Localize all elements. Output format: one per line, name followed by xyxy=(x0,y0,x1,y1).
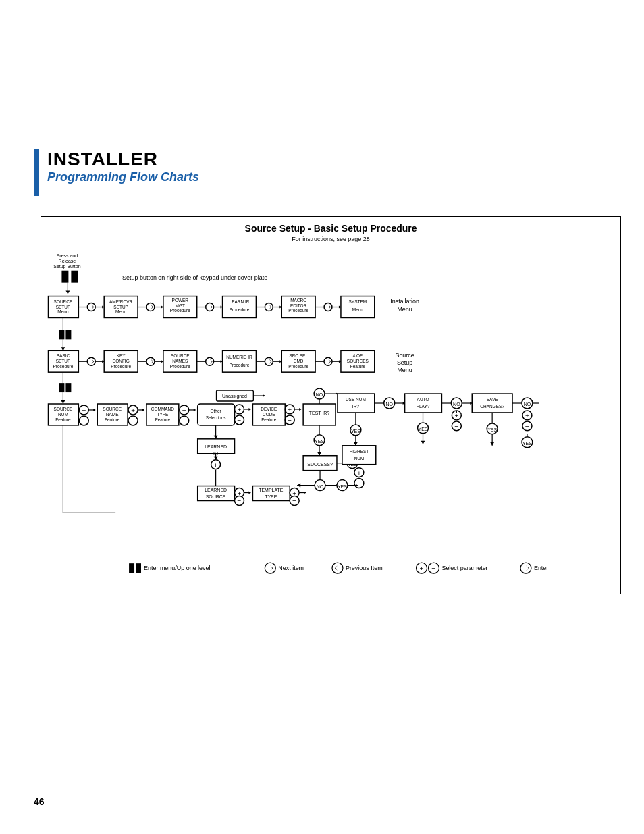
svg-text:CONFIG: CONFIG xyxy=(113,359,130,363)
svg-text:YES: YES xyxy=(351,429,360,434)
svg-text:SAVE: SAVE xyxy=(487,397,498,402)
svg-marker-246 xyxy=(490,442,494,446)
svg-text:Selections: Selections xyxy=(206,415,226,420)
svg-text:NUM: NUM xyxy=(58,412,68,417)
svg-text:+: + xyxy=(454,412,458,419)
svg-text:Setup button on right side of : Setup button on right side of keypad und… xyxy=(122,274,267,281)
svg-text:CODE: CODE xyxy=(263,412,275,417)
svg-text:Menu: Menu xyxy=(352,307,364,312)
svg-text:MACRO: MACRO xyxy=(290,298,306,303)
svg-marker-127 xyxy=(93,409,95,411)
svg-text:Other: Other xyxy=(211,409,222,413)
svg-text:NUMERIC IR: NUMERIC IR xyxy=(226,355,252,359)
svg-marker-269 xyxy=(248,492,250,494)
svg-text:Procedure: Procedure xyxy=(170,308,190,313)
svg-text:+: + xyxy=(82,407,86,414)
svg-text:Enter menu/Up one level: Enter menu/Up one level xyxy=(144,565,211,571)
svg-text:SETUP: SETUP xyxy=(56,305,71,309)
svg-text:Procedure: Procedure xyxy=(170,364,190,369)
svg-text:Feature: Feature xyxy=(350,364,366,369)
svg-marker-283 xyxy=(297,484,300,488)
svg-text:MGT: MGT xyxy=(176,303,185,308)
svg-point-298 xyxy=(332,563,343,573)
svg-text:TEST IR?: TEST IR? xyxy=(309,411,330,415)
svg-text:SOURCE: SOURCE xyxy=(206,494,226,499)
flowchart-svg: Source Setup - Basic Setup Procedure For… xyxy=(41,217,620,594)
svg-text:Press and: Press and xyxy=(57,253,78,258)
svg-text:Unassigned: Unassigned xyxy=(222,394,247,399)
svg-rect-91 xyxy=(223,350,257,372)
svg-text:IR?: IR? xyxy=(352,404,359,409)
svg-text:YES: YES xyxy=(419,427,428,432)
svg-text:YES: YES xyxy=(522,441,532,446)
svg-text:NAMES: NAMES xyxy=(172,359,188,363)
svg-text:KEY: KEY xyxy=(117,353,126,358)
svg-text:+: + xyxy=(357,469,361,477)
svg-text:Procedure: Procedure xyxy=(288,308,308,313)
svg-text:AUTO: AUTO xyxy=(417,397,429,402)
svg-text:USE NUM: USE NUM xyxy=(346,397,366,402)
svg-text:Feature: Feature xyxy=(55,417,71,422)
svg-text:−: − xyxy=(357,480,361,488)
svg-text:PLAY?: PLAY? xyxy=(417,404,430,409)
svg-text:Select parameter: Select parameter xyxy=(441,565,487,571)
svg-point-24 xyxy=(146,303,155,311)
svg-point-41 xyxy=(265,303,273,311)
svg-text:+: + xyxy=(238,406,242,413)
svg-text:Menu: Menu xyxy=(57,309,69,314)
page-number: 46 xyxy=(34,796,45,807)
svg-text:NO: NO xyxy=(385,402,393,407)
svg-text:AMP/RCVR: AMP/RCVR xyxy=(109,299,132,304)
svg-text:Menu: Menu xyxy=(397,306,412,313)
svg-text:SETUP: SETUP xyxy=(113,305,128,309)
svg-text:Feature: Feature xyxy=(105,417,120,422)
svg-text:YES: YES xyxy=(315,439,324,444)
svg-text:+: + xyxy=(131,407,135,414)
svg-text:SOURCE: SOURCE xyxy=(54,299,73,304)
svg-text:Menu: Menu xyxy=(397,367,412,373)
svg-text:+: + xyxy=(420,565,424,572)
svg-text:TEMPLATE: TEMPLATE xyxy=(259,488,284,492)
svg-text:Source: Source xyxy=(395,352,414,359)
svg-text:NO: NO xyxy=(317,484,324,489)
svg-text:YES: YES xyxy=(487,427,497,432)
section-title: INSTALLER xyxy=(47,149,199,170)
svg-rect-61 xyxy=(65,330,71,339)
svg-text:−: − xyxy=(288,417,292,424)
svg-text:YES: YES xyxy=(338,484,347,489)
svg-text:Setup: Setup xyxy=(397,359,412,366)
svg-point-33 xyxy=(206,303,214,311)
svg-text:TYPE: TYPE xyxy=(157,412,169,417)
svg-marker-262 xyxy=(214,457,218,460)
svg-text:CHANGES?: CHANGES? xyxy=(480,404,504,409)
svg-text:LEARNED: LEARNED xyxy=(205,488,227,492)
svg-text:EDITOR: EDITOR xyxy=(290,303,307,308)
svg-text:Release: Release xyxy=(59,259,76,263)
svg-text:NO: NO xyxy=(453,402,460,407)
svg-text:SOURCE: SOURCE xyxy=(103,407,122,411)
svg-text:CMD: CMD xyxy=(294,359,304,363)
svg-text:Procedure: Procedure xyxy=(288,364,308,369)
svg-text:NO: NO xyxy=(316,392,323,397)
svg-marker-153 xyxy=(263,394,265,397)
svg-text:TYPE: TYPE xyxy=(265,494,277,499)
svg-rect-292 xyxy=(129,563,134,573)
svg-text:# OF: # OF xyxy=(353,353,363,358)
svg-text:−: − xyxy=(292,497,296,504)
section-subtitle: Programming Flow Charts xyxy=(47,170,199,184)
svg-text:−: − xyxy=(131,417,135,425)
svg-text:DEVICE: DEVICE xyxy=(261,407,277,411)
svg-text:LEARNED: LEARNED xyxy=(205,444,227,449)
svg-text:−: − xyxy=(82,417,86,425)
svg-point-50 xyxy=(324,303,332,311)
svg-text:Procedure: Procedure xyxy=(230,307,250,312)
svg-text:NAME: NAME xyxy=(106,412,119,417)
svg-point-306 xyxy=(520,563,531,573)
svg-point-69 xyxy=(87,357,95,365)
flowchart-section: Source Setup - Basic Setup Procedure For… xyxy=(41,216,621,594)
svg-text:Source Setup - Basic Setup Pro: Source Setup - Basic Setup Procedure xyxy=(245,223,417,234)
svg-text:NO: NO xyxy=(524,402,531,407)
svg-point-295 xyxy=(265,563,275,573)
svg-text:POWER: POWER xyxy=(172,298,189,303)
svg-text:Feature: Feature xyxy=(155,417,171,422)
